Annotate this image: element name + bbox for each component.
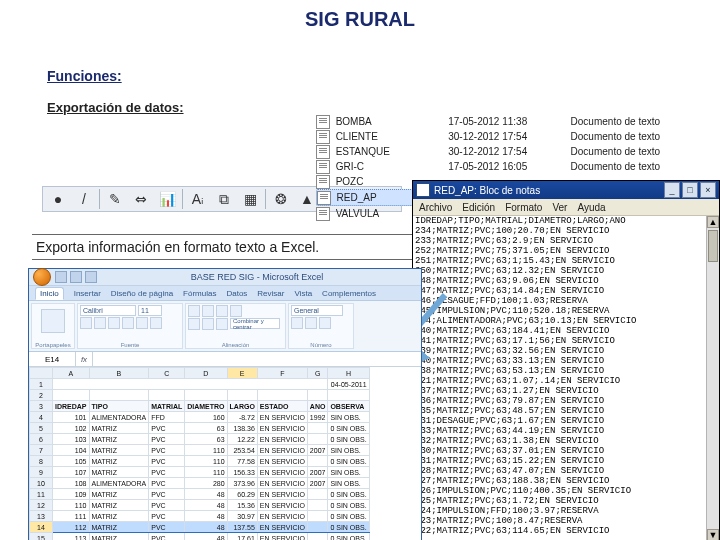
cell[interactable]: 30.97 — [227, 511, 257, 522]
cell[interactable]: 04-05-2011 — [328, 379, 369, 390]
currency-button[interactable] — [291, 317, 303, 329]
column-header[interactable]: A — [53, 368, 90, 379]
cell[interactable]: EN SERVICIO — [257, 478, 307, 489]
column-header[interactable]: E — [227, 368, 257, 379]
formula-bar[interactable]: E14 fx — [29, 352, 421, 367]
align-bottom-button[interactable] — [216, 305, 228, 317]
notepad-menu-item[interactable]: Archivo — [419, 202, 452, 213]
cell[interactable]: 60.29 — [227, 489, 257, 500]
cell[interactable] — [307, 500, 328, 511]
ribbon-tab[interactable]: Insertar — [74, 289, 101, 298]
cell[interactable] — [185, 390, 227, 401]
cell[interactable]: MATRIZ — [89, 423, 149, 434]
cell[interactable]: 373.96 — [227, 478, 257, 489]
cell[interactable]: MATRIZ — [89, 522, 149, 533]
cell[interactable] — [307, 434, 328, 445]
cell[interactable] — [307, 511, 328, 522]
row-header[interactable]: 13 — [30, 511, 53, 522]
ribbon-tab[interactable]: Datos — [226, 289, 247, 298]
cell[interactable]: OBSERVA — [328, 401, 369, 412]
cell[interactable]: EN SERVICIO — [257, 500, 307, 511]
cell[interactable]: EN SERVICIO — [257, 445, 307, 456]
cell[interactable]: MATRIZ — [89, 533, 149, 541]
cell[interactable]: 101 — [53, 412, 90, 423]
cell[interactable]: PVC — [149, 533, 185, 541]
cell[interactable]: PVC — [149, 500, 185, 511]
cell[interactable]: 111 — [53, 511, 90, 522]
column-header[interactable]: B — [89, 368, 149, 379]
spreadsheet-grid[interactable]: ABCDEFGH104-05-201123IDREDAPTIPOMATRIALD… — [29, 367, 421, 540]
align-center-button[interactable] — [202, 318, 214, 330]
cell[interactable]: LARGO — [227, 401, 257, 412]
qat-save-icon[interactable] — [55, 271, 67, 283]
scroll-thumb[interactable] — [708, 230, 718, 262]
cell[interactable] — [307, 390, 328, 401]
cell[interactable]: SIN OBS. — [328, 467, 369, 478]
italic-button[interactable] — [94, 317, 106, 329]
fx-icon[interactable]: fx — [76, 352, 93, 366]
cell[interactable]: SIN OBS. — [328, 478, 369, 489]
cell[interactable]: 0 SIN OBS. — [328, 500, 369, 511]
add-point-icon[interactable]: ● — [46, 187, 70, 211]
cell[interactable]: MATRIAL — [149, 401, 185, 412]
paste-icon[interactable] — [41, 309, 65, 333]
font-name-dropdown[interactable]: Calibri — [80, 305, 136, 316]
cell[interactable]: PVC — [149, 423, 185, 434]
cell[interactable]: 0 SIN OBS. — [328, 423, 369, 434]
add-line-icon[interactable]: / — [72, 187, 96, 211]
chart-icon[interactable]: 📊 — [155, 187, 179, 211]
row-header[interactable]: 6 — [30, 434, 53, 445]
column-header[interactable]: H — [328, 368, 369, 379]
row-header[interactable]: 8 — [30, 456, 53, 467]
cell[interactable]: 112 — [53, 522, 90, 533]
cell[interactable]: 1992 — [307, 412, 328, 423]
qat-redo-icon[interactable] — [85, 271, 97, 283]
cell[interactable]: 77.58 — [227, 456, 257, 467]
cell[interactable]: 48 — [185, 533, 227, 541]
cell[interactable]: 110 — [53, 500, 90, 511]
ribbon-tab[interactable]: Fórmulas — [183, 289, 216, 298]
cell[interactable]: SIN OBS. — [328, 412, 369, 423]
file-row[interactable]: ESTANQUE30-12-2012 17:54Documento de tex… — [316, 144, 716, 159]
label-icon[interactable]: Aᵢ — [186, 187, 210, 211]
cell[interactable]: MATRIZ — [89, 489, 149, 500]
merge-center-dropdown[interactable]: Combinar y centrar — [230, 318, 280, 329]
cell[interactable] — [307, 489, 328, 500]
underline-button[interactable] — [108, 317, 120, 329]
cell[interactable]: TIPO — [89, 401, 149, 412]
cell[interactable]: PVC — [149, 467, 185, 478]
cell[interactable]: 105 — [53, 456, 90, 467]
cell[interactable]: MATRIZ — [89, 467, 149, 478]
bold-button[interactable] — [80, 317, 92, 329]
cell[interactable]: FFD — [149, 412, 185, 423]
notepad-menu-item[interactable]: Ayuda — [577, 202, 605, 213]
cell[interactable]: 48 — [185, 511, 227, 522]
cell[interactable]: SIN OBS. — [328, 445, 369, 456]
cell[interactable]: 108 — [53, 478, 90, 489]
cell[interactable]: 138.36 — [227, 423, 257, 434]
vertical-scrollbar[interactable]: ▲ ▼ — [706, 216, 719, 540]
cell[interactable]: EN SERVICIO — [257, 456, 307, 467]
qat-undo-icon[interactable] — [70, 271, 82, 283]
ribbon-tab[interactable]: Diseño de página — [111, 289, 173, 298]
cell[interactable] — [307, 533, 328, 541]
column-header[interactable]: C — [149, 368, 185, 379]
cell[interactable]: 137.55 — [227, 522, 257, 533]
cell[interactable]: 0 SIN OBS. — [328, 533, 369, 541]
notepad-menu-item[interactable]: Edición — [462, 202, 495, 213]
maximize-button[interactable]: □ — [682, 182, 698, 198]
file-row[interactable]: CLIENTE30-12-2012 17:54Documento de text… — [316, 129, 716, 144]
notepad-titlebar[interactable]: RED_AP: Bloc de notas _ □ × — [413, 181, 719, 199]
cell[interactable]: EN SERVICIO — [257, 522, 307, 533]
row-header[interactable]: 15 — [30, 533, 53, 541]
cell[interactable]: MATRIZ — [89, 434, 149, 445]
excel-window[interactable]: BASE RED SIG - Microsoft Excel InicioIns… — [28, 268, 422, 540]
number-format-dropdown[interactable]: General — [291, 305, 343, 316]
office-button[interactable] — [33, 268, 51, 286]
cell[interactable]: 103 — [53, 434, 90, 445]
comma-button[interactable] — [319, 317, 331, 329]
sketch-icon[interactable]: ✎ — [103, 187, 127, 211]
cell[interactable]: ALIMENTADORA — [89, 412, 149, 423]
cell[interactable]: EN SERVICIO — [257, 511, 307, 522]
ribbon-group-alineacion[interactable]: Combinar y centrar Alineación — [185, 303, 286, 349]
